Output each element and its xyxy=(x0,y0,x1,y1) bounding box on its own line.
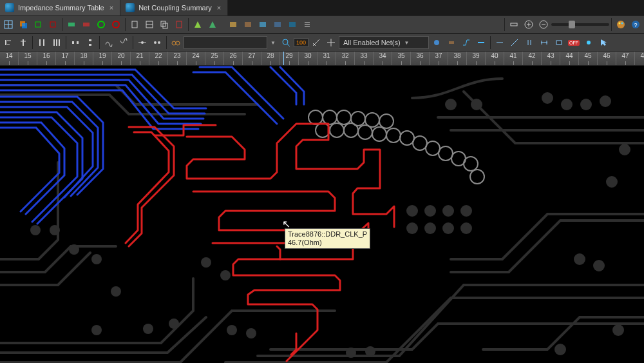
svg-point-94 xyxy=(445,99,457,110)
trace-icon[interactable] xyxy=(459,35,473,50)
poly-a-icon[interactable] xyxy=(191,17,205,32)
svg-point-107 xyxy=(365,346,375,357)
region-b-icon[interactable] xyxy=(241,17,255,32)
route-icon[interactable] xyxy=(474,35,488,50)
poly-b-icon[interactable] xyxy=(205,17,220,32)
svg-point-10 xyxy=(113,21,119,28)
svg-point-122 xyxy=(400,131,414,145)
grid-icon[interactable] xyxy=(1,17,15,32)
sheet-icon[interactable] xyxy=(128,17,142,32)
svg-point-110 xyxy=(308,110,323,124)
svg-rect-51 xyxy=(89,44,91,46)
palette-icon[interactable] xyxy=(614,17,628,32)
list-icon[interactable] xyxy=(300,17,314,32)
crosshair-icon[interactable] xyxy=(324,35,338,50)
svg-point-85 xyxy=(169,319,179,329)
off-badge-icon[interactable]: OFF xyxy=(567,35,581,50)
ic-icon[interactable] xyxy=(552,35,566,50)
slider-thumb[interactable] xyxy=(569,21,575,28)
align-left-icon[interactable] xyxy=(1,35,15,50)
ruler-tick: 42 xyxy=(523,52,542,65)
zoom-out-icon[interactable] xyxy=(536,17,551,32)
pcb-layout xyxy=(0,66,644,363)
pointer-icon[interactable] xyxy=(596,35,611,50)
zoom-in-icon[interactable] xyxy=(522,17,536,32)
pad-icon[interactable] xyxy=(444,35,459,50)
dim-icon[interactable] xyxy=(537,35,551,50)
pcb-canvas[interactable]: ↖ Trace8876::DDR_CLK_P 46.7(Ohm) xyxy=(0,66,644,363)
ruler-tick: 40 xyxy=(486,52,504,65)
via-icon[interactable] xyxy=(430,35,444,50)
led-icon[interactable] xyxy=(582,35,596,50)
snap-on-icon[interactable] xyxy=(31,17,45,32)
node-icon[interactable] xyxy=(135,35,149,50)
ruler-toggle-icon[interactable] xyxy=(507,17,521,32)
region-e-icon[interactable] xyxy=(285,17,299,32)
diag-icon[interactable] xyxy=(507,35,522,50)
net-filter-dropdown[interactable]: All Enabled Net(s) ▼ xyxy=(339,36,429,49)
svg-point-123 xyxy=(413,136,427,150)
close-icon[interactable]: × xyxy=(108,4,115,12)
svg-rect-65 xyxy=(449,41,454,44)
snap-off-icon[interactable] xyxy=(46,17,60,32)
sheet-grid-icon[interactable] xyxy=(142,17,156,32)
measure-icon[interactable] xyxy=(309,35,323,50)
align-center-icon[interactable] xyxy=(16,35,30,50)
hline-icon[interactable] xyxy=(493,35,507,50)
binoculars-icon[interactable] xyxy=(169,35,183,50)
layer-remove-icon[interactable] xyxy=(79,17,93,32)
svg-point-88 xyxy=(442,205,454,217)
svg-point-78 xyxy=(69,244,79,255)
help-icon[interactable]: ? xyxy=(629,17,643,32)
bars-b-icon[interactable] xyxy=(50,35,64,50)
wave-b-icon[interactable] xyxy=(117,35,131,50)
ruler-tick: 27 xyxy=(243,52,261,65)
svg-rect-50 xyxy=(89,39,91,41)
svg-rect-8 xyxy=(83,23,90,26)
zoom-slider[interactable] xyxy=(551,23,609,26)
layer-add-icon[interactable] xyxy=(64,17,79,32)
svg-point-9 xyxy=(98,21,104,28)
svg-point-74 xyxy=(587,41,591,44)
svg-point-119 xyxy=(358,125,372,139)
svg-line-67 xyxy=(511,39,518,46)
svg-marker-17 xyxy=(194,21,201,28)
sheet-copy-icon[interactable] xyxy=(157,17,171,32)
nodes-icon[interactable] xyxy=(150,35,164,50)
sheet-remove-icon[interactable] xyxy=(172,17,186,32)
svg-point-106 xyxy=(346,348,356,358)
search-icon[interactable] xyxy=(279,35,293,50)
region-d-icon[interactable] xyxy=(270,17,285,32)
ruler-tick: 15 xyxy=(19,52,37,65)
tab-net-coupling-summary[interactable]: Net Coupling Summary × xyxy=(120,0,228,15)
chevron-down-icon[interactable]: ▼ xyxy=(268,40,278,46)
search-input[interactable] xyxy=(184,36,267,49)
ruler-tick: 30 xyxy=(299,52,317,65)
ruler-tick: 37 xyxy=(430,52,448,65)
svg-point-76 xyxy=(30,225,41,235)
wave-a-icon[interactable] xyxy=(102,35,116,50)
close-icon[interactable]: × xyxy=(216,4,222,12)
svg-rect-49 xyxy=(77,41,79,44)
svg-point-80 xyxy=(201,257,211,268)
ruler-tick: 32 xyxy=(336,52,355,65)
dist-v-icon[interactable] xyxy=(83,35,97,50)
tooltip-line-2: 46.7(Ohm) xyxy=(288,239,322,246)
cycle-green-icon[interactable] xyxy=(94,17,108,32)
ruler-tick: 44 xyxy=(560,52,579,65)
tab-impedance-summary[interactable]: Impedance Summary Table × xyxy=(0,0,120,15)
svg-rect-23 xyxy=(289,22,296,27)
svg-rect-27 xyxy=(511,23,517,26)
cycle-red-icon[interactable] xyxy=(109,17,123,32)
dist-h-icon[interactable] xyxy=(68,35,82,50)
ruler[interactable]: 1415161718192021222324252627282930313233… xyxy=(0,52,644,66)
overlay-icon[interactable] xyxy=(16,17,30,32)
region-a-icon[interactable] xyxy=(226,17,240,32)
ruler-tick: 41 xyxy=(504,52,523,65)
net-filter-label: All Enabled Net(s) xyxy=(343,39,401,46)
bars-a-icon[interactable] xyxy=(35,35,49,50)
zoom-value[interactable]: 100 xyxy=(294,38,308,47)
tab-label: Impedance Summary Table xyxy=(18,4,104,12)
region-c-icon[interactable] xyxy=(256,17,270,32)
cap-icon[interactable] xyxy=(522,35,536,50)
